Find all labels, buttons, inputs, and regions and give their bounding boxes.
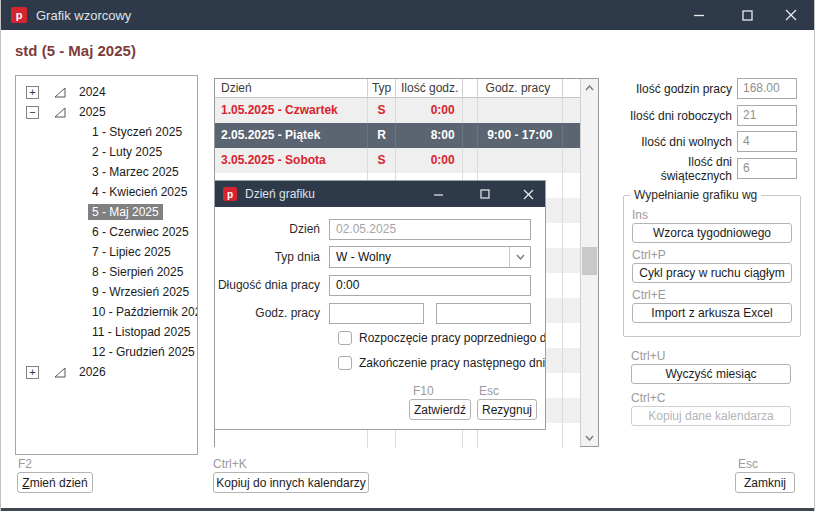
weekly-pattern-button[interactable]: Wzorca tygodniowego [632,223,792,243]
tree-month-grudzien[interactable]: 12 - Grudzień 2025 [16,342,197,362]
dialog-close-icon[interactable] [510,181,546,207]
shortcut-esc-dialog: Esc [479,384,499,398]
dialog-titlebar: p Dzień grafiku [215,181,545,207]
tree-month-maj-selected[interactable]: 5 - Maj 2025 [16,202,197,222]
tree-month-sierpien[interactable]: 8 - Sierpień 2025 [16,262,197,282]
tree-month-lipiec[interactable]: 7 - Lipiec 2025 [16,242,197,262]
tree-month-styczen[interactable]: 1 - Styczeń 2025 [16,122,197,142]
header-spacer [463,79,478,97]
year-label[interactable]: 2024 [79,85,106,99]
app-logo-icon: p [11,7,27,23]
prev-day-start-label[interactable]: Rozpoczęcie pracy poprzedniego dnia [359,331,546,345]
table-scrollbar[interactable] [580,79,598,446]
work-hours-label: Godz. pracy [215,306,329,320]
header-type[interactable]: Typ [368,79,396,97]
triangle-icon [54,107,66,118]
day-type-select[interactable]: W - Wolny [329,246,531,268]
tree-year-2026[interactable]: + 2026 [16,362,197,382]
scroll-up-icon[interactable] [581,79,598,96]
close-button[interactable]: Zamknij [735,472,795,493]
work-day-length-label: Długość dnia pracy [215,278,329,292]
summary-holidays-row: Ilość dni świątecznych 6 [619,158,797,179]
table-row[interactable]: 3.05.2025 - Sobota S 0:00 [215,148,580,173]
calendar-tree: + 2024 − 2025 1 - Styczeń 2025 2 - Luty … [15,75,198,455]
dialog-maximize-icon[interactable] [467,181,503,207]
shortcut-ctrl-u: Ctrl+U [631,349,665,363]
dialog-work-hours-row: Godz. pracy [215,302,531,324]
tree-month-czerwiec[interactable]: 6 - Czerwiec 2025 [16,222,197,242]
table-header-row: Dzień Typ Ilość godz. Godz. pracy [215,79,580,98]
maximize-icon[interactable] [725,0,769,30]
header-hours[interactable]: Ilość godz. [396,79,463,97]
fill-schedule-groupbox: Wypełnianie grafiku wg Ins Wzorca tygodn… [623,195,801,337]
summary-workdays-row: Ilość dni roboczych 21 [619,105,797,126]
work-end-field[interactable] [436,303,531,324]
tree-month-wrzesien[interactable]: 9 - Wrzesień 2025 [16,282,197,302]
main-titlebar: p Grafik wzorcowy [1,0,815,30]
checkbox-unchecked-icon[interactable] [338,331,352,345]
shortcut-ctrl-c: Ctrl+C [631,391,665,405]
day-dialog: p Dzień grafiku Dzień 02.05.2025 Typ dni… [214,180,546,430]
continuous-cycle-button[interactable]: Cykl pracy w ruchu ciągłym [632,263,792,283]
year-label[interactable]: 2026 [79,365,106,379]
groupbox-title: Wypełnianie grafiku wg [630,188,761,202]
tree-month-luty[interactable]: 2 - Luty 2025 [16,142,197,162]
header-spacer [563,79,580,97]
shortcut-ctrl-p: Ctrl+P [632,248,666,262]
dialog-minimize-icon[interactable] [420,181,456,207]
app-logo-icon: p [223,187,237,201]
holidays-label: Ilość dni świątecznych [619,155,737,183]
holidays-value-field[interactable]: 6 [737,158,797,179]
workdays-value-field[interactable]: 21 [737,105,797,126]
year-label[interactable]: 2025 [79,105,106,119]
header-day[interactable]: Dzień [215,79,368,97]
tree-year-2024[interactable]: + 2024 [16,82,197,102]
hours-value-field[interactable]: 168.00 [737,78,797,99]
tree-month-kwiecien[interactable]: 4 - Kwiecień 2025 [16,182,197,202]
expand-plus-icon[interactable]: + [26,366,39,379]
next-day-end-label[interactable]: Zakończenie pracy następnego dnia [359,356,546,370]
confirm-button[interactable]: Zatwierdź [409,399,471,420]
expand-plus-icon[interactable]: + [26,86,39,99]
dialog-title: Dzień grafiku [245,187,315,201]
day-type-label: Typ dnia [215,250,329,264]
prev-day-start-checkbox-row: Rozpoczęcie pracy poprzedniego dnia [338,330,546,346]
table-row[interactable]: 1.05.2025 - Czwartek S 0:00 [215,98,580,123]
main-window: p Grafik wzorcowy std (5 - Maj 2025) + 2… [0,0,815,511]
next-day-end-checkbox-row: Zakończenie pracy następnego dnia [338,355,546,371]
cancel-button[interactable]: Rezygnuj [477,399,537,420]
triangle-icon [54,87,66,98]
scrollbar-thumb[interactable] [582,247,597,275]
copy-to-other-calendars-button[interactable]: Kopiuj do innych kalendarzy [213,472,369,493]
window-title: Grafik wzorcowy [36,8,131,23]
summary-freedays-row: Ilość dni wolnych 4 [619,131,797,152]
day-label: Dzień [215,222,329,236]
copy-calendar-button: Kopiuj dane kalendarza [631,406,791,426]
workdays-label: Ilość dni roboczych [619,109,737,123]
chevron-down-icon[interactable] [509,247,530,267]
excel-import-button[interactable]: Import z arkusza Excel [632,303,792,323]
summary-hours-row: Ilość godzin pracy 168.00 [619,78,797,99]
triangle-icon [54,367,66,378]
clear-month-button[interactable]: Wyczyść miesiąc [631,364,791,384]
change-day-button[interactable]: Zmień dzień [17,472,93,493]
dialog-length-row: Długość dnia pracy 0:00 [215,274,531,296]
minimize-icon[interactable] [677,0,721,30]
shortcut-ctrl-e: Ctrl+E [632,288,666,302]
shortcut-f10: F10 [413,384,434,398]
work-start-field[interactable] [329,303,424,324]
header-work-hours[interactable]: Godz. pracy [478,79,564,97]
day-field[interactable]: 02.05.2025 [329,219,531,240]
tree-month-pazdziernik[interactable]: 10 - Październik 2025 [16,302,197,322]
freedays-value-field[interactable]: 4 [737,131,797,152]
work-day-length-field[interactable]: 0:00 [329,275,531,296]
tree-month-listopad[interactable]: 11 - Listopad 2025 [16,322,197,342]
shortcut-esc: Esc [738,457,758,471]
table-row-selected[interactable]: 2.05.2025 - Piątek R 8:00 9:00 - 17:00 [215,123,580,148]
close-icon[interactable] [769,0,813,30]
tree-month-marzec[interactable]: 3 - Marzec 2025 [16,162,197,182]
scroll-down-icon[interactable] [581,429,598,446]
checkbox-unchecked-icon[interactable] [338,356,352,370]
tree-year-2025[interactable]: − 2025 [16,102,197,122]
collapse-minus-icon[interactable]: − [26,106,39,119]
